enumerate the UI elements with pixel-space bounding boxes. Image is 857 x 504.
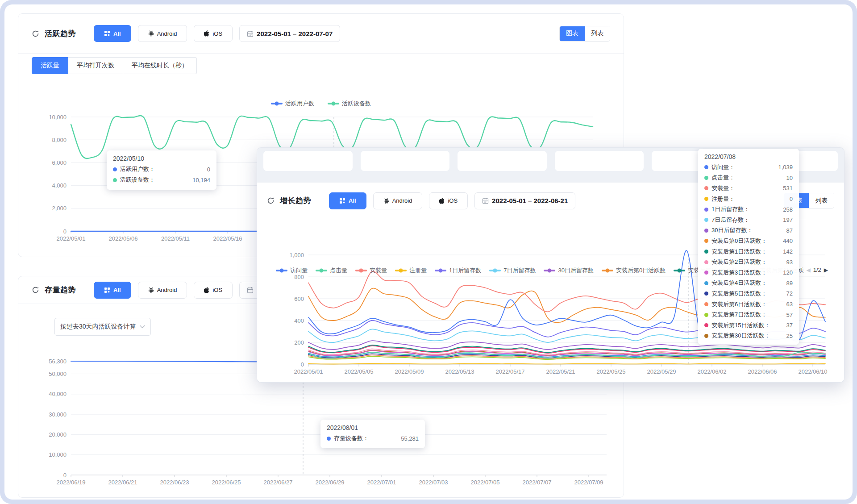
platform-ios-button[interactable]: iOS — [429, 192, 468, 209]
svg-text:2022/05/05: 2022/05/05 — [344, 368, 373, 375]
series-dot — [704, 250, 708, 254]
tooltip-row: 安装后第30日活跃数：25 — [704, 331, 793, 342]
active-trend-header: 活跃趋势 All — [18, 14, 624, 54]
svg-text:2022/05/01: 2022/05/01 — [56, 235, 85, 242]
legend-item-1[interactable]: 点击量 — [316, 267, 347, 275]
date-range-label: 2022-05-01 – 2022-06-21 — [492, 197, 568, 204]
legend-item-0[interactable]: 访问量 — [276, 267, 308, 275]
legend-marker — [435, 270, 446, 271]
tooltip-row: 安装后第1日活跃数：142 — [704, 246, 793, 257]
svg-text:2022/07/05: 2022/07/05 — [470, 479, 499, 486]
refresh-icon[interactable] — [267, 197, 275, 204]
platform-android-button[interactable]: Android — [138, 25, 187, 42]
svg-text:2022/05/25: 2022/05/25 — [596, 368, 625, 375]
legend-label: 1日后留存数 — [449, 267, 481, 275]
refresh-icon[interactable] — [32, 30, 39, 37]
series-dot — [704, 208, 708, 212]
tooltip-row: 活跃用户数： 0 — [113, 164, 210, 175]
legend-next-icon[interactable]: ▶ — [824, 267, 828, 273]
series-dot — [113, 167, 117, 171]
legend-label: 7日后留存数 — [503, 267, 536, 275]
series-dot — [704, 292, 708, 296]
tooltip-row: 安装后第3日活跃数：120 — [704, 267, 793, 278]
legend-marker — [276, 270, 287, 271]
tooltip-row: 注册量：0 — [704, 194, 793, 204]
svg-text:50,000: 50,000 — [49, 371, 67, 377]
grid-icon — [104, 287, 110, 293]
platform-all-button[interactable]: All — [329, 192, 366, 209]
series-dot — [704, 218, 708, 222]
legend-item-3[interactable]: 注册量 — [395, 267, 427, 275]
app-frame: 02,0004,0006,0008,00010,0002022/05/01202… — [0, 0, 857, 504]
legend-item-active-devices[interactable]: 活跃设备数 — [328, 100, 371, 108]
svg-text:2022/05/21: 2022/05/21 — [546, 368, 575, 375]
platform-android-label: Android — [392, 197, 412, 204]
stat-card — [361, 151, 450, 171]
dropdown-value: 按过去30天内活跃设备计算 — [60, 323, 136, 331]
series-dot — [704, 197, 708, 201]
legend-page-indicator: 1/2 — [813, 267, 821, 273]
platform-all-button[interactable]: All — [94, 25, 131, 42]
svg-text:2022/05/17: 2022/05/17 — [495, 368, 524, 375]
svg-text:0: 0 — [63, 228, 67, 235]
legend-label: 安装后第0日活跃数 — [616, 267, 666, 275]
tooltip-row: 访问量：1,039 — [704, 162, 793, 173]
tooltip-row: 安装后第7日活跃数：57 — [704, 309, 793, 320]
platform-ios-label: iOS — [212, 287, 222, 293]
tooltip-row: 活跃设备数： 10,194 — [113, 175, 210, 185]
stock-calc-method-select[interactable]: 按过去30天内活跃设备计算 — [54, 318, 151, 336]
refresh-icon[interactable] — [32, 286, 39, 294]
tooltip-row: 安装后第15日活跃数：37 — [704, 320, 793, 331]
series-dot — [704, 186, 708, 190]
active-chart-tooltip: 2022/05/10 活跃用户数： 0 活跃设备数： 10,194 — [107, 150, 216, 190]
toggle-chart-view[interactable]: 图表 — [560, 26, 585, 41]
toggle-list-view[interactable]: 列表 — [809, 193, 834, 208]
platform-android-button[interactable]: Android — [138, 282, 187, 299]
legend-marker — [544, 270, 555, 271]
platform-android-button[interactable]: Android — [373, 192, 423, 209]
tab-avg-online-time[interactable]: 平均在线时长（秒） — [123, 57, 197, 74]
tooltip-row: 安装后第0日活跃数：440 — [704, 236, 793, 246]
svg-text:2022/06/27: 2022/06/27 — [263, 479, 292, 486]
legend-prev-icon[interactable]: ◀ — [806, 267, 810, 273]
legend-item-6[interactable]: 30日后留存数 — [544, 267, 593, 275]
platform-ios-label: iOS — [448, 197, 458, 204]
svg-text:2022/05/09: 2022/05/09 — [395, 368, 424, 375]
toggle-list-view[interactable]: 列表 — [585, 26, 610, 41]
svg-text:8,000: 8,000 — [52, 137, 67, 143]
legend-marker — [316, 270, 327, 271]
legend-item-active-users[interactable]: 活跃用户数 — [271, 100, 314, 108]
platform-all-button[interactable]: All — [94, 282, 131, 299]
growth-chart-tooltip: 2022/07/08 访问量：1,039点击量：10安装量：531注册量：01日… — [698, 149, 799, 345]
svg-text:2022/05/29: 2022/05/29 — [647, 368, 676, 375]
svg-text:2022/06/19: 2022/06/19 — [56, 479, 85, 486]
platform-ios-button[interactable]: iOS — [194, 25, 233, 42]
svg-text:10,000: 10,000 — [49, 451, 67, 458]
tab-avg-opens[interactable]: 平均打开次数 — [68, 57, 123, 74]
tab-active-volume[interactable]: 活跃量 — [32, 57, 68, 74]
platform-filter: All Android — [329, 192, 468, 209]
legend-label: 30日后留存数 — [558, 267, 593, 275]
svg-text:2022/06/21: 2022/06/21 — [108, 479, 137, 486]
legend-item-4[interactable]: 1日后留存数 — [435, 267, 481, 275]
legend-label: 访问量 — [290, 267, 308, 275]
tooltip-row: 安装后第5日活跃数：72 — [704, 288, 793, 299]
legend-item-2[interactable]: 安装量 — [355, 267, 387, 275]
svg-text:2022/06/23: 2022/06/23 — [160, 479, 189, 486]
legend-item-7[interactable]: 安装后第0日活跃数 — [602, 267, 666, 275]
svg-text:40,000: 40,000 — [49, 391, 67, 397]
svg-text:400: 400 — [294, 317, 304, 324]
legend-item-5[interactable]: 7日后留存数 — [489, 267, 536, 275]
date-range-picker[interactable]: 2022-05-01 – 2022-07-07 — [239, 25, 340, 42]
tooltip-row: 安装量：531 — [704, 183, 793, 194]
svg-text:2022/06/02: 2022/06/02 — [697, 368, 726, 375]
svg-text:2022/07/09: 2022/07/09 — [574, 479, 603, 486]
date-range-picker[interactable]: 2022-05-01 – 2022-06-21 — [474, 192, 575, 209]
platform-ios-button[interactable]: iOS — [194, 282, 233, 299]
series-dot — [704, 323, 708, 327]
stock-chart-tooltip: 2022/08/01 存量设备数： 55,281 — [320, 420, 425, 448]
tooltip-row: 1日后留存数：258 — [704, 204, 793, 215]
svg-text:2022/07/01: 2022/07/01 — [367, 479, 396, 486]
svg-text:56,300: 56,300 — [49, 358, 67, 365]
tooltip-row: 30日后留存数：87 — [704, 225, 793, 236]
